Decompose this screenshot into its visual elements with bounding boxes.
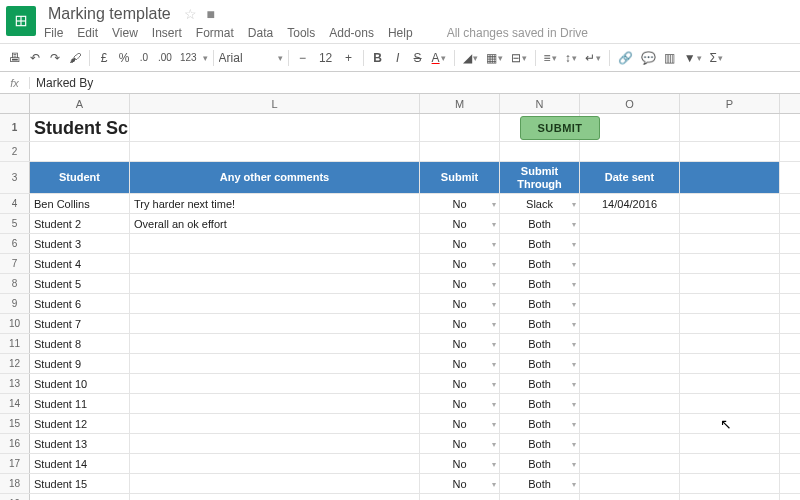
student-cell[interactable]: Student 11 [30, 394, 130, 413]
submit-button[interactable]: SUBMIT [520, 116, 600, 140]
row-header-17[interactable]: 17 [0, 454, 30, 473]
menu-view[interactable]: View [112, 26, 138, 40]
row-header-6[interactable]: 6 [0, 234, 30, 253]
increase-decimal-button[interactable]: .00 [155, 48, 175, 68]
cell[interactable] [680, 234, 780, 253]
font-size-decrease[interactable]: − [294, 48, 312, 68]
formula-input[interactable] [30, 74, 800, 92]
column-header-M[interactable]: M [420, 94, 500, 113]
cell[interactable] [420, 142, 500, 161]
fill-color-button[interactable]: ◢▾ [460, 48, 481, 68]
comments-cell[interactable] [130, 474, 420, 493]
date-cell[interactable] [580, 314, 680, 333]
through-cell[interactable]: Both▾ [500, 354, 580, 373]
row-header-12[interactable]: 12 [0, 354, 30, 373]
comments-cell[interactable] [130, 294, 420, 313]
folder-icon[interactable]: ■ [206, 6, 214, 22]
date-cell[interactable] [580, 254, 680, 273]
row-header-5[interactable]: 5 [0, 214, 30, 233]
date-cell[interactable] [580, 354, 680, 373]
italic-button[interactable]: I [389, 48, 407, 68]
dropdown-icon[interactable]: ▾ [572, 379, 576, 388]
row-header-9[interactable]: 9 [0, 294, 30, 313]
cell[interactable] [130, 142, 420, 161]
currency-button[interactable]: £ [95, 48, 113, 68]
dropdown-icon[interactable]: ▾ [492, 399, 496, 408]
font-size-increase[interactable]: + [340, 48, 358, 68]
submit-cell[interactable]: No▾ [420, 274, 500, 293]
dropdown-icon[interactable]: ▾ [492, 219, 496, 228]
dropdown-icon[interactable]: ▾ [492, 299, 496, 308]
borders-button[interactable]: ▦▾ [483, 48, 506, 68]
row-header-1[interactable]: 1 [0, 114, 30, 141]
date-cell[interactable] [580, 434, 680, 453]
insert-chart-button[interactable]: ▥ [661, 48, 679, 68]
comments-cell[interactable] [130, 334, 420, 353]
date-cell[interactable] [580, 214, 680, 233]
cell[interactable] [680, 474, 780, 493]
cell[interactable] [680, 194, 780, 213]
student-cell[interactable]: Student 7 [30, 314, 130, 333]
cell[interactable] [680, 214, 780, 233]
font-selector[interactable] [219, 51, 275, 65]
sheet-title-cell[interactable]: Student Sc [30, 114, 130, 142]
dropdown-icon[interactable]: ▾ [492, 379, 496, 388]
comments-cell[interactable] [130, 274, 420, 293]
column-header-A[interactable]: A [30, 94, 130, 113]
row-header-3[interactable]: 3 [0, 162, 30, 193]
filter-button[interactable]: ▼▾ [681, 48, 705, 68]
row-header-14[interactable]: 14 [0, 394, 30, 413]
column-header-O[interactable]: O [580, 94, 680, 113]
date-cell[interactable] [580, 374, 680, 393]
through-cell[interactable]: Both▾ [500, 234, 580, 253]
undo-button[interactable]: ↶ [26, 48, 44, 68]
student-cell[interactable]: Student 8 [30, 334, 130, 353]
menu-data[interactable]: Data [248, 26, 273, 40]
cell[interactable] [680, 274, 780, 293]
student-cell[interactable]: Student 15 [30, 474, 130, 493]
cell[interactable] [680, 142, 780, 161]
header-submit-through[interactable]: Submit Through [500, 162, 580, 193]
submit-cell[interactable]: No▾ [420, 294, 500, 313]
comments-cell[interactable] [130, 434, 420, 453]
dropdown-icon[interactable]: ▾ [492, 339, 496, 348]
decrease-decimal-button[interactable]: .0 [135, 48, 153, 68]
student-cell[interactable]: Student 9 [30, 354, 130, 373]
dropdown-icon[interactable]: ▾ [572, 199, 576, 208]
through-cell[interactable]: Both▾ [500, 454, 580, 473]
merge-cells-button[interactable]: ⊟▾ [508, 48, 530, 68]
vertical-align-button[interactable]: ↕▾ [562, 48, 580, 68]
dropdown-icon[interactable]: ▾ [492, 279, 496, 288]
student-cell[interactable]: Student 4 [30, 254, 130, 273]
date-cell[interactable]: 14/04/2016 [580, 194, 680, 213]
menu-tools[interactable]: Tools [287, 26, 315, 40]
more-formats-button[interactable]: 123 [177, 48, 200, 68]
row-header-7[interactable]: 7 [0, 254, 30, 273]
row-header-8[interactable]: 8 [0, 274, 30, 293]
dropdown-icon[interactable]: ▾ [572, 319, 576, 328]
print-button[interactable]: 🖶 [6, 48, 24, 68]
cell[interactable] [680, 334, 780, 353]
dropdown-icon[interactable]: ▾ [572, 299, 576, 308]
row-header-11[interactable]: 11 [0, 334, 30, 353]
insert-comment-button[interactable]: 💬 [638, 48, 659, 68]
submit-cell[interactable]: No▾ [420, 434, 500, 453]
date-cell[interactable] [580, 274, 680, 293]
column-header-N[interactable]: N [500, 94, 580, 113]
dropdown-icon[interactable]: ▾ [572, 339, 576, 348]
comments-cell[interactable] [130, 454, 420, 473]
cell[interactable] [680, 374, 780, 393]
row-header-4[interactable]: 4 [0, 194, 30, 213]
through-cell[interactable]: Both▾ [500, 394, 580, 413]
row-header-18[interactable]: 18 [0, 474, 30, 493]
through-cell[interactable]: Both▾ [500, 414, 580, 433]
cell[interactable] [680, 314, 780, 333]
header-student[interactable]: Student [30, 162, 130, 193]
cell[interactable] [680, 162, 780, 193]
document-title[interactable]: Marking template [44, 4, 175, 24]
dropdown-icon[interactable]: ▾ [492, 419, 496, 428]
menu-help[interactable]: Help [388, 26, 413, 40]
student-cell[interactable]: Student 13 [30, 434, 130, 453]
submit-cell[interactable]: No▾ [420, 394, 500, 413]
cell[interactable] [680, 354, 780, 373]
